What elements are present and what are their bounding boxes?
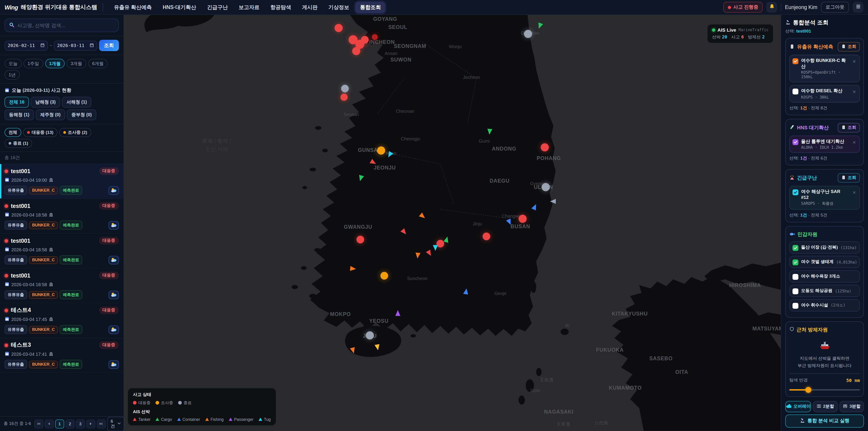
nav-item-유출유 확산예측[interactable]: 유출유 확산예측 [110,2,156,13]
analysis-item[interactable]: 울산 톨루엔 대기확산ALOHA · IDLH 1.2km× [789,135,860,153]
nav-item-통합조회[interactable]: 통합조회 [355,2,385,13]
incident-inprogress-badge[interactable]: 사고 진행중 [723,2,763,13]
analysis-item[interactable]: 여수항 BUNKER-C 확산KOSPS+OpenDrift · 150kL× [789,55,860,82]
map-ship-marker[interactable] [387,151,392,160]
resource-row[interactable]: 여수 해수욕장 3개소 [789,270,860,282]
resource-row[interactable]: 여수 갯벌 생태계(4,013ha) [789,256,860,268]
status-filter-대응중 (13)[interactable]: 대응중 (13) [23,128,57,137]
incident-list-item[interactable]: test001대응중2026-03-04 19:00유류유출BUNKER_C예측… [0,164,123,199]
map-incident-marker[interactable] [356,236,364,243]
view-button-2분할[interactable]: 2분할 [813,401,837,412]
map-incident-marker[interactable] [335,24,343,32]
prev-page-button[interactable] [44,419,54,428]
map-ship-marker[interactable] [350,265,355,274]
page-button-1[interactable]: 1 [55,419,64,428]
checkbox-unchecked[interactable] [793,274,798,280]
map-incident-marker[interactable] [340,94,348,101]
map-incident-marker[interactable] [541,183,550,191]
page-size-select[interactable]: 6건 [107,417,125,431]
remove-item-button[interactable]: × [852,58,857,65]
map-ship-marker[interactable] [433,245,438,253]
date-query-button[interactable]: 조회 [99,40,119,51]
map-ship-marker[interactable] [371,159,376,167]
section-query-button-hns[interactable]: 조회 [838,123,860,132]
map-ship-marker[interactable] [375,344,380,352]
section-query-button-oil[interactable]: 조회 [838,42,860,52]
view-button-3분할[interactable]: 3분할 [839,401,864,412]
region-filter-전체[interactable]: 전체16 [4,97,29,107]
checkbox-unchecked[interactable] [793,288,798,294]
weather-button[interactable] [108,221,119,229]
map-incident-marker[interactable] [483,233,490,240]
map-ship-marker[interactable] [427,250,432,258]
weather-button[interactable] [108,360,119,369]
incident-list-item[interactable]: 테스트3대응중2026-03-04 17:41유류유출BUNKER_C예측완료 [0,338,123,373]
map-ship-marker[interactable] [464,288,469,296]
map-ship-marker[interactable] [550,198,555,206]
quick-range-1개월[interactable]: 1개월 [45,59,65,68]
remove-item-button[interactable]: × [852,88,857,95]
region-filter-서해청 (1)[interactable]: 서해청 (1) [62,97,91,107]
checkbox-checked[interactable] [793,139,798,145]
map-ship-marker[interactable] [395,310,400,318]
weather-button[interactable] [108,256,119,264]
resource-row[interactable]: 돌산 어장 (김·전복)(131ha) [789,241,860,254]
weather-button[interactable] [108,290,119,299]
map-incident-marker[interactable] [341,85,349,92]
weather-button[interactable] [108,325,119,334]
map-canvas[interactable]: 黄海 / 황해 / 조선 서해 GOYANGSEOULINCHEONSEONGN… [124,15,781,431]
map-incident-marker[interactable] [524,30,532,38]
quick-range-3개월[interactable]: 3개월 [66,59,86,68]
map-incident-marker[interactable] [519,215,527,223]
map-ship-marker[interactable] [420,213,425,221]
quick-range-1년[interactable]: 1년 [4,70,20,80]
incident-list-item[interactable]: test001대응중2026-03-04 18:58유류유출BUNKER_C예측… [0,199,123,234]
status-filter-전체[interactable]: 전체 [4,128,21,137]
remove-item-button[interactable]: × [852,189,857,196]
incident-list-item[interactable]: test001대응중2026-03-04 18:58유류유출BUNKER_C예측… [0,269,123,303]
map-ship-marker[interactable] [532,204,537,212]
map-ship-marker[interactable] [507,219,512,227]
region-filter-동해청 (1)[interactable]: 동해청 (1) [4,110,34,120]
quick-range-1주일[interactable]: 1주일 [24,59,43,68]
checkbox-checked[interactable] [793,58,798,64]
page-button-2[interactable]: 2 [65,419,74,428]
menu-button[interactable] [852,2,864,13]
section-query-button-sar[interactable]: 조회 [838,173,860,183]
slider-thumb[interactable] [805,387,811,393]
incident-list-item[interactable]: 테스트4대응중2026-03-04 17:45유류유출BUNKER_C예측완료 [0,303,123,338]
quick-range-6개월[interactable]: 6개월 [88,59,107,68]
nav-item-항공탐색[interactable]: 항공탐색 [266,2,296,13]
region-filter-중부청 (0)[interactable]: 중부청 (0) [67,110,96,120]
map-ship-marker[interactable] [444,236,449,244]
map-ship-marker[interactable] [537,23,542,31]
first-page-button[interactable] [34,419,43,428]
logout-button[interactable]: 로그아웃 [821,2,849,13]
nav-item-HNS·대기확산[interactable]: HNS·대기확산 [158,2,201,13]
search-input[interactable] [17,23,114,28]
nav-item-보고자료[interactable]: 보고자료 [234,2,264,13]
map-ship-marker[interactable] [487,128,492,136]
checkbox-unchecked[interactable] [793,89,798,94]
checkbox-checked[interactable] [793,259,798,265]
quick-range-오늘[interactable]: 오늘 [4,59,22,68]
incident-list-item[interactable]: test001대응중2026-03-04 18:58유류유출BUNKER_C예측… [0,234,123,269]
map-ship-marker[interactable] [402,229,407,237]
checkbox-checked[interactable] [793,245,798,251]
view-button-오버레이[interactable]: 오버레이 [785,401,811,412]
map-incident-marker[interactable] [541,143,549,151]
nav-item-긴급구난[interactable]: 긴급구난 [203,2,232,13]
radius-slider[interactable] [789,387,860,393]
status-filter-조사중 (2)[interactable]: 조사중 (2) [59,128,91,137]
analysis-item[interactable]: 여수 해상구난 SAR #12SAROPS · 확률맵× [789,186,860,210]
map-incident-marker[interactable] [352,47,360,55]
map-incident-marker[interactable] [366,331,374,339]
resource-row[interactable]: 여수 취수시설(2개소) [789,299,860,311]
notifications-button[interactable] [767,2,777,13]
last-page-button[interactable] [96,419,105,428]
map-ship-marker[interactable] [415,252,420,260]
remove-item-button[interactable]: × [852,138,857,146]
nav-item-게시판[interactable]: 게시판 [298,2,322,13]
map-incident-marker[interactable] [372,34,378,40]
search-box[interactable] [4,19,119,32]
